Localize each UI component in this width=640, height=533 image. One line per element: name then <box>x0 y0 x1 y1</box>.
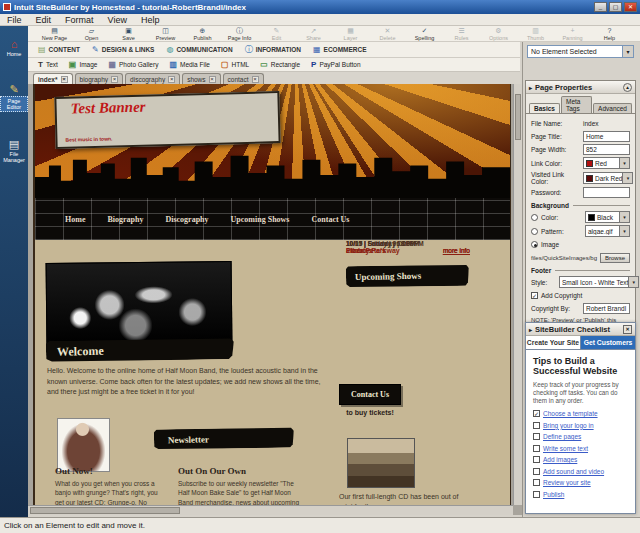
dropdown-arrow-icon[interactable]: ▾ <box>619 212 629 222</box>
welcome-text[interactable]: Hello. Welcome to the online home of Hal… <box>47 366 333 398</box>
toolbar-button[interactable]: ✎ Edit <box>258 26 295 41</box>
cd-text[interactable]: Our first full-length CD has been out of… <box>339 492 465 505</box>
checklist-item-link[interactable]: Choose a template <box>543 410 598 417</box>
tab-close-icon[interactable]: × <box>168 76 175 83</box>
toolbar-button[interactable]: ⚙ Options <box>480 26 517 41</box>
checklist-item-link[interactable]: Define pages <box>543 433 581 440</box>
category-button[interactable]: ▦ ECOMMERCE <box>313 45 367 54</box>
toolbar-button[interactable]: ▣ Save <box>110 26 147 41</box>
out-now-section[interactable]: Out Now! What do you get when you cross … <box>55 466 165 505</box>
cd-cover-photo[interactable] <box>347 438 415 488</box>
upcoming-shows-header[interactable]: Upcoming Shows <box>346 264 469 289</box>
dropdown-arrow-icon[interactable]: ▾ <box>619 226 629 236</box>
visited-link-color-dropdown[interactable]: Dark Red ▾ <box>583 172 633 184</box>
contact-us-button[interactable]: Contact Us <box>339 384 401 405</box>
band-photo[interactable] <box>46 261 233 345</box>
sidebar-item[interactable]: ⌂ Home <box>0 38 28 57</box>
toolbar-button[interactable]: ⊕ Publish <box>184 26 221 41</box>
site-banner[interactable]: Test Banner Best music in town. <box>54 91 280 149</box>
bg-pattern-radio[interactable] <box>531 228 538 235</box>
person-photo[interactable] <box>57 418 110 472</box>
canvas-horizontal-scrollbar[interactable] <box>28 505 513 515</box>
tab-close-icon[interactable]: × <box>252 76 259 83</box>
panel-collapse-button[interactable]: ▴ <box>623 83 632 92</box>
checklist-item-checkbox[interactable] <box>533 445 540 452</box>
insert-tool-button[interactable]: ▢ HTML <box>221 60 249 69</box>
horizontal-scroll-thumb[interactable] <box>30 507 180 514</box>
sidebar-item[interactable]: ▤ File Manager <box>0 138 28 163</box>
welcome-header[interactable]: Welcome <box>46 337 234 363</box>
checklist-item-link[interactable]: Write some text <box>543 445 588 452</box>
properties-tab[interactable]: Meta Tags <box>561 96 592 113</box>
dropdown-arrow-icon[interactable]: ▾ <box>622 46 633 57</box>
show-more-info-link[interactable]: more info <box>443 247 470 254</box>
bg-color-radio[interactable] <box>531 214 538 221</box>
toolbar-button[interactable]: + Panning <box>554 26 591 41</box>
out-on-our-own-section[interactable]: Out On Our Own Subscribe to our weekly n… <box>178 466 306 505</box>
checklist-close-button[interactable]: ✕ <box>623 325 632 334</box>
checklist-item-checkbox[interactable] <box>533 491 540 498</box>
category-button[interactable]: ✎ DESIGN & LINKS <box>92 45 154 54</box>
toolbar-button[interactable]: ✓ Spelling <box>406 26 443 41</box>
checklist-item-checkbox[interactable] <box>533 468 540 475</box>
menu-item[interactable]: Edit <box>29 15 59 25</box>
checklist-item-checkbox[interactable] <box>533 422 540 429</box>
password-field[interactable] <box>583 187 630 198</box>
menu-item[interactable]: View <box>101 15 134 25</box>
checklist-item-link[interactable]: Review your site <box>543 479 591 486</box>
insert-tool-button[interactable]: ▦ Photo Gallery <box>108 60 158 69</box>
menu-item[interactable]: Help <box>134 15 167 25</box>
page-tab[interactable]: index* × <box>33 73 73 84</box>
vertical-scroll-thumb[interactable] <box>515 94 521 140</box>
category-button[interactable]: ◍ COMMUNICATION <box>166 45 232 54</box>
checklist-tab[interactable]: Create Your Site <box>526 336 581 349</box>
footer-style-dropdown[interactable]: Small Icon - White Text ▾ <box>559 276 639 288</box>
checklist-item-link[interactable]: Add sound and video <box>543 468 604 475</box>
menu-item[interactable]: File <box>0 15 29 25</box>
minimize-button[interactable]: _ <box>594 2 607 12</box>
link-color-dropdown[interactable]: Red ▾ <box>583 157 630 169</box>
insert-tool-button[interactable]: ▣ Image <box>69 60 98 69</box>
checklist-item-checkbox[interactable]: ✓ <box>533 410 540 417</box>
category-button[interactable]: ⓘ INFORMATION <box>245 45 301 54</box>
add-copyright-checkbox[interactable]: ✓ <box>531 292 538 299</box>
editor-canvas[interactable]: Test Banner Best music in town. HomeBiog… <box>28 84 522 515</box>
close-button[interactable]: ✕ <box>624 2 637 12</box>
tab-close-icon[interactable]: × <box>111 76 118 83</box>
page-tab[interactable]: contact × <box>223 73 264 84</box>
toolbar-button[interactable]: ↗ Share <box>295 26 332 41</box>
toolbar-button[interactable]: ▥ Thumb <box>517 26 554 41</box>
dropdown-arrow-icon[interactable]: ▾ <box>628 277 638 287</box>
insert-tool-button[interactable]: ▭ Rectangle <box>260 60 300 69</box>
site-header-grunge[interactable]: Test Banner Best music in town. <box>35 84 510 198</box>
copyright-by-field[interactable]: Robert Brandl <box>583 303 630 314</box>
page-title-field[interactable]: Home <box>583 131 630 142</box>
sidebar-item[interactable]: ✎ Page Editor <box>0 83 28 112</box>
maximize-button[interactable]: ▢ <box>609 2 622 12</box>
checklist-item-link[interactable]: Bring your logo in <box>543 422 594 429</box>
category-button[interactable]: ▤ CONTENT <box>38 45 80 54</box>
page-width-field[interactable]: 852 <box>583 144 630 155</box>
bg-color-dropdown[interactable]: Black ▾ <box>585 211 630 223</box>
newsletter-header[interactable]: Newsletter <box>154 427 294 451</box>
site-nav-item[interactable]: Upcoming Shows <box>231 215 290 224</box>
toolbar-button[interactable]: ☰ Rules <box>443 26 480 41</box>
checklist-item-link[interactable]: Publish <box>543 491 564 498</box>
bg-pattern-dropdown[interactable]: algae.gif ▾ <box>585 225 630 237</box>
browse-button[interactable]: Browse <box>600 253 630 263</box>
insert-tool-button[interactable]: P PayPal Button <box>311 60 361 69</box>
checklist-tab[interactable]: Get Customers <box>581 336 635 349</box>
site-nav-item[interactable]: Discography <box>165 215 208 224</box>
menu-item[interactable]: Format <box>58 15 101 25</box>
toolbar-button[interactable]: ◫ Preview <box>147 26 184 41</box>
toolbar-button[interactable]: ? Help <box>591 26 628 41</box>
checklist-item-checkbox[interactable] <box>533 456 540 463</box>
checklist-item-checkbox[interactable] <box>533 433 540 440</box>
bg-image-radio[interactable] <box>531 241 538 248</box>
toolbar-button[interactable]: ▦ Layer <box>332 26 369 41</box>
canvas-vertical-scrollbar[interactable] <box>513 84 522 505</box>
properties-tab[interactable]: Basics <box>529 103 560 113</box>
page-tab[interactable]: discography × <box>125 73 180 84</box>
properties-tab[interactable]: Advanced <box>593 103 632 113</box>
toolbar-button[interactable]: ✕ Delete <box>369 26 406 41</box>
